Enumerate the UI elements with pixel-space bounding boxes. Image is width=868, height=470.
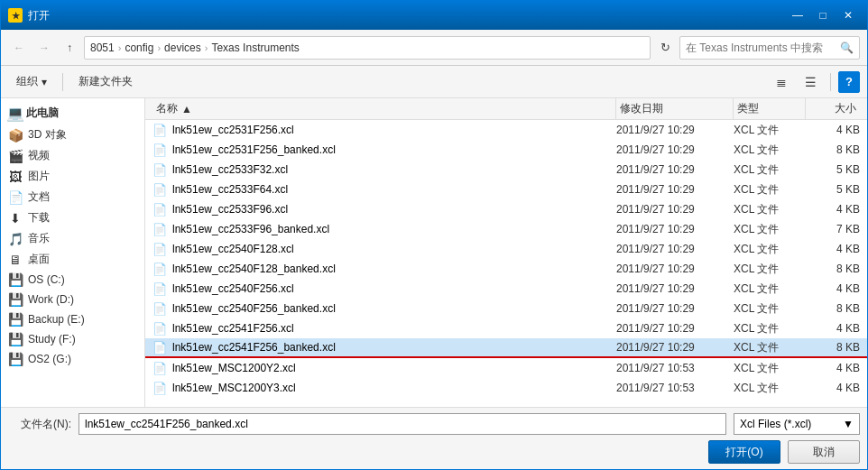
minimize-button[interactable]: — [786, 6, 809, 24]
sidebar-item-c_drive[interactable]: 💾OS (C:) [1, 270, 144, 290]
col-header-size[interactable]: 大小 [806, 98, 860, 119]
path-segment-devices[interactable]: devices [164, 41, 201, 54]
open-button[interactable]: 打开(O) [708, 440, 780, 464]
file-size: 5 KB [806, 163, 860, 176]
c_drive-icon: 💾 [8, 272, 23, 287]
table-row[interactable]: 📄 lnk51ew_cc2531F256_banked.xcl 2011/9/2… [145, 140, 867, 160]
maximize-button[interactable]: □ [811, 6, 835, 24]
f_drive-icon: 💾 [8, 332, 23, 346]
sidebar-item-d_drive[interactable]: 💾Work (D:) [1, 290, 144, 309]
table-row[interactable]: 📄 lnk51ew_cc2533F96.xcl 2011/9/27 10:29 … [145, 199, 867, 219]
column-headers: 名称 ▲ 修改日期 类型 大小 [145, 98, 867, 120]
sidebar-item-music[interactable]: 🎵音乐 [1, 228, 144, 249]
table-row[interactable]: 📄 lnk51ew_cc2540F128.xcl 2011/9/27 10:29… [145, 239, 867, 259]
path-segment-config[interactable]: config [125, 41, 153, 54]
file-type: XCL 文件 [734, 162, 806, 178]
sidebar-item-3d[interactable]: 📦3D 对象 [1, 124, 144, 145]
address-path[interactable]: 8051 › config › devices › Texas Instrume… [84, 36, 651, 60]
window-controls: — □ ✕ [786, 6, 860, 24]
col-header-date[interactable]: 修改日期 [616, 98, 734, 119]
col-header-name[interactable]: 名称 ▲ [152, 98, 616, 119]
sidebar-item-e_drive[interactable]: 💾Backup (E:) [1, 309, 144, 329]
refresh-button[interactable]: ↻ [654, 37, 676, 59]
sidebar-item-documents[interactable]: 📄文档 [1, 187, 144, 207]
file-date: 2011/9/27 10:29 [616, 322, 734, 335]
sidebar-item-video[interactable]: 🎬视频 [1, 145, 144, 166]
sidebar-item-g_drive[interactable]: 💾OS2 (G:) [1, 349, 144, 369]
help-button[interactable]: ? [838, 71, 860, 93]
sidebar-item-desktop[interactable]: 🖥桌面 [1, 249, 144, 270]
organize-button[interactable]: 组织 ▾ [8, 70, 55, 94]
sidebar-header-this-pc[interactable]: 💻 此电脑 [1, 102, 144, 124]
view-list-button[interactable]: ☰ [798, 71, 823, 93]
path-separator-1: › [118, 42, 122, 53]
main-content: 💻 此电脑 📦3D 对象🎬视频🖼图片📄文档⬇下载🎵音乐🖥桌面💾OS (C:)💾W… [1, 98, 867, 407]
file-name: lnk51ew_cc2531F256_banked.xcl [172, 143, 616, 156]
file-date: 2011/9/27 10:29 [616, 143, 734, 156]
file-icon: 📄 [152, 223, 169, 236]
file-icon: 📄 [152, 322, 169, 336]
filetype-dropdown[interactable]: Xcl Files (*.xcl) ▼ [734, 413, 860, 435]
this-pc-label: 此电脑 [26, 106, 59, 121]
sidebar-item-f_drive[interactable]: 💾Study (F:) [1, 329, 144, 349]
sidebar-item-downloads[interactable]: ⬇下载 [1, 207, 144, 228]
file-type: XCL 文件 [734, 381, 806, 396]
file-type: XCL 文件 [734, 340, 806, 355]
file-size: 4 KB [806, 124, 860, 136]
forward-button[interactable]: → [33, 37, 55, 59]
file-name: lnk51ew_cc2533F64.xcl [172, 183, 616, 196]
file-size: 4 KB [806, 322, 860, 335]
sidebar-items: 📦3D 对象🎬视频🖼图片📄文档⬇下载🎵音乐🖥桌面💾OS (C:)💾Work (D… [1, 124, 144, 369]
file-icon: 📄 [152, 302, 169, 316]
file-name: lnk51ew_cc2540F128.xcl [172, 243, 616, 255]
pictures-icon: 🖼 [8, 170, 23, 184]
file-icon: 📄 [152, 362, 169, 375]
up-button[interactable]: ↑ [59, 37, 80, 59]
col-header-type[interactable]: 类型 [734, 98, 806, 119]
file-type: XCL 文件 [734, 123, 806, 138]
path-segment-8051[interactable]: 8051 [90, 41, 115, 54]
file-area: 名称 ▲ 修改日期 类型 大小 📄 lnk51ew_cc2531F256.xcl… [145, 98, 867, 407]
file-date: 2011/9/27 10:29 [616, 163, 734, 176]
table-row[interactable]: 📄 lnk51ew_cc2531F256.xcl 2011/9/27 10:29… [145, 120, 867, 140]
view-icons-button[interactable]: ≣ [769, 71, 794, 93]
table-row[interactable]: 📄 lnk51ew_MSC1200Y3.xcl 2011/9/27 10:53 … [145, 378, 867, 398]
path-segment-active[interactable]: Texas Instruments [211, 41, 299, 54]
table-row[interactable]: 📄 lnk51ew_cc2541F256.xcl 2011/9/27 10:29… [145, 318, 867, 338]
file-date: 2011/9/27 10:29 [616, 124, 734, 136]
file-icon: 📄 [152, 163, 169, 177]
file-name: lnk51ew_cc2531F256.xcl [172, 124, 616, 136]
view-list-icon: ☰ [805, 75, 817, 89]
file-date: 2011/9/27 10:29 [616, 183, 734, 196]
close-button[interactable]: ✕ [836, 6, 860, 24]
sort-arrow-icon: ▲ [181, 103, 192, 115]
search-box: 🔍 [679, 36, 860, 60]
file-name: lnk51ew_cc2540F256.xcl [172, 282, 616, 295]
back-button[interactable]: ← [8, 37, 30, 59]
search-input[interactable] [686, 41, 836, 54]
table-row[interactable]: 📄 lnk51ew_MSC1200Y2.xcl 2011/9/27 10:53 … [145, 358, 867, 378]
table-row[interactable]: 📄 lnk51ew_cc2540F256.xcl 2011/9/27 10:29… [145, 279, 867, 299]
table-row[interactable]: 📄 lnk51ew_cc2533F32.xcl 2011/9/27 10:29 … [145, 160, 867, 180]
table-row[interactable]: 📄 lnk51ew_cc2533F64.xcl 2011/9/27 10:29 … [145, 180, 867, 199]
file-name: lnk51ew_cc2533F32.xcl [172, 163, 616, 176]
table-row[interactable]: 📄 lnk51ew_cc2541F256_banked.xcl 2011/9/2… [145, 338, 867, 358]
file-icon: 📄 [152, 282, 169, 296]
file-date: 2011/9/27 10:53 [616, 382, 734, 394]
file-size: 4 KB [806, 382, 860, 394]
file-type: XCL 文件 [734, 242, 806, 257]
title-bar: ★ 打开 — □ ✕ [1, 1, 867, 30]
table-row[interactable]: 📄 lnk51ew_cc2540F256_banked.xcl 2011/9/2… [145, 299, 867, 318]
file-icon: 📄 [152, 183, 169, 197]
file-type: XCL 文件 [734, 182, 806, 198]
file-size: 4 KB [806, 362, 860, 374]
file-size: 8 KB [806, 302, 860, 315]
toolbar-separator-2 [830, 73, 831, 91]
sidebar: 💻 此电脑 📦3D 对象🎬视频🖼图片📄文档⬇下载🎵音乐🖥桌面💾OS (C:)💾W… [1, 98, 145, 407]
sidebar-item-pictures[interactable]: 🖼图片 [1, 166, 144, 187]
table-row[interactable]: 📄 lnk51ew_cc2540F128_banked.xcl 2011/9/2… [145, 259, 867, 279]
table-row[interactable]: 📄 lnk51ew_cc2533F96_banked.xcl 2011/9/27… [145, 219, 867, 239]
new-folder-button[interactable]: 新建文件夹 [70, 70, 141, 94]
filename-input[interactable] [78, 413, 726, 435]
cancel-button[interactable]: 取消 [788, 440, 860, 464]
